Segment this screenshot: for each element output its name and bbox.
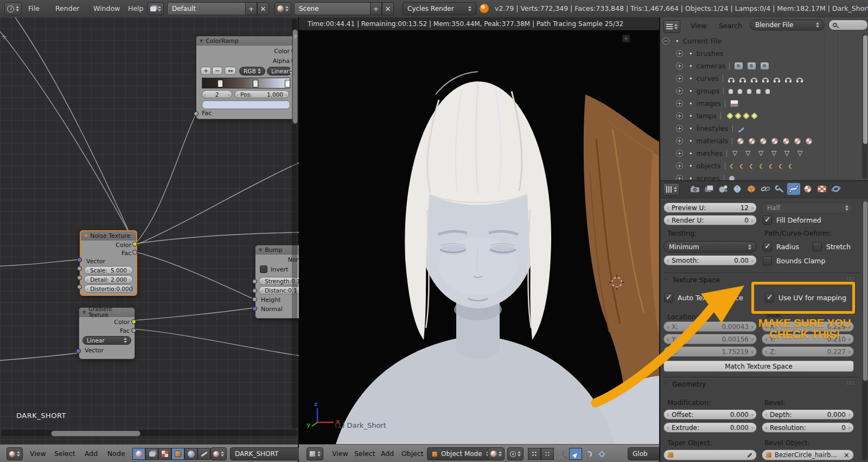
twist-method-dropdown[interactable]: Minimum [663, 241, 757, 252]
properties-scrollbar[interactable] [862, 201, 867, 460]
collapse-icon[interactable]: ▼ [82, 310, 86, 315]
size-x-slider[interactable]: X:0.229 [762, 321, 854, 332]
collapse-icon[interactable]: ▼ [259, 248, 262, 252]
radius-checkbox[interactable]: Radius [763, 242, 799, 251]
shader-object-toggle[interactable] [171, 448, 184, 460]
tab-scene[interactable] [717, 183, 730, 195]
add-layout-button[interactable]: + [245, 2, 257, 15]
scene-selector-icon[interactable] [275, 2, 291, 15]
region-expand-icon[interactable]: + [1, 33, 7, 41]
editor-type-button-3dview[interactable] [307, 447, 323, 460]
size-y-slider[interactable]: Y:0.210 [762, 334, 854, 344]
render-engine-dropdown[interactable]: Cycles Render [403, 2, 476, 15]
stretch-checkbox[interactable]: Stretch [813, 242, 851, 251]
collapse-icon[interactable]: ▼ [84, 233, 87, 238]
render-u-slider[interactable]: Render U:0 [663, 215, 757, 225]
close-scene-button[interactable]: ✕ [382, 2, 394, 15]
socket-bump-strength[interactable] [252, 279, 257, 284]
ramp-interpolation-dropdown[interactable]: Linear [267, 67, 292, 75]
auto-texture-space-checkbox[interactable]: Auto Texture Space [664, 293, 743, 302]
node-tree-compositing-toggle[interactable] [145, 448, 158, 460]
menu-add[interactable]: Add [381, 445, 394, 462]
bevel-object-field[interactable]: BezierCircle_hairb... ✕ [762, 450, 854, 460]
menu-file[interactable]: File [25, 4, 43, 12]
tab-modifiers[interactable] [773, 183, 786, 195]
screen-layout-selector-icon[interactable] [148, 2, 164, 15]
shader-type-material-toggle[interactable] [132, 448, 145, 460]
snap-toggle[interactable] [541, 448, 554, 460]
material-name-field[interactable]: DARK_SHORT [230, 447, 304, 460]
outliner-row-current-file[interactable]: − • Current File [660, 35, 860, 47]
node-colorramp[interactable]: ▼ColorRamp Color Alpha + − ↔ RGB Linear … [196, 36, 295, 119]
editor-type-button-node[interactable] [7, 447, 23, 460]
region-expand-icon[interactable]: + [293, 33, 298, 40]
noise-scale-slider[interactable]: Scale:5.000 [84, 266, 133, 274]
collapse-icon[interactable]: − [662, 37, 669, 45]
ramp-add-button[interactable]: + [201, 67, 211, 75]
bump-invert-checkbox[interactable] [260, 265, 267, 273]
menu-node[interactable]: Node [107, 445, 125, 462]
outliner-row-meshes[interactable]: +•meshes [660, 147, 860, 160]
tab-world[interactable] [731, 183, 744, 195]
socket-gradient-color[interactable] [131, 319, 136, 324]
outliner-display-mode-dropdown[interactable]: Blender File [750, 20, 825, 30]
menu-help[interactable]: Help [125, 4, 147, 12]
socket-noise-distortion[interactable] [77, 284, 82, 289]
tab-object-data[interactable] [787, 183, 800, 195]
outliner-row-cameras[interactable]: +•cameras [660, 60, 860, 72]
expand-icon[interactable]: + [676, 162, 683, 169]
socket-bump-normal[interactable] [252, 306, 257, 311]
material-selector-button[interactable] [210, 447, 227, 460]
pivot-align-toggle[interactable] [528, 448, 541, 460]
use-uv-for-mapping-checkbox[interactable]: Use UV for mapping [765, 293, 846, 302]
checkbox[interactable] [765, 293, 774, 302]
tab-texture[interactable] [815, 183, 828, 195]
ramp-position-slider[interactable]: Pos:1.000 [234, 90, 289, 98]
expand-icon[interactable]: + [676, 62, 683, 69]
ramp-delete-button[interactable]: − [212, 67, 222, 75]
extrude-slider[interactable]: Extrude:0.000 [663, 422, 757, 433]
expand-icon[interactable]: + [676, 100, 683, 107]
location-z-slider[interactable]: Z:1.75219 [663, 346, 757, 357]
color-ramp-gradient[interactable] [202, 78, 290, 88]
tab-render-layers[interactable] [703, 183, 716, 195]
collapse-icon[interactable]: ▼ [200, 39, 203, 43]
socket-noise-scale[interactable] [77, 266, 82, 271]
match-texture-space-button[interactable]: Match Texture Space [663, 360, 854, 372]
ramp-stop-active[interactable] [285, 80, 290, 87]
tab-constraints[interactable] [759, 183, 772, 195]
ramp-stop[interactable] [218, 80, 223, 87]
close-layout-button[interactable]: ✕ [257, 2, 269, 15]
outliner-scrollbar[interactable] [862, 34, 867, 179]
clear-icon[interactable]: ✕ [844, 451, 850, 459]
horizontal-scrollbar[interactable] [1, 430, 298, 436]
manipulator-translate-button[interactable] [569, 448, 582, 460]
offset-slider[interactable]: Offset:0.000 [663, 409, 757, 420]
socket-bump-distance[interactable] [252, 288, 257, 293]
ramp-index-stepper[interactable]: 2 [202, 90, 232, 98]
scene-name-field[interactable]: Scene [294, 2, 379, 15]
texture-space-panel-header[interactable]: ▼Texture Space [665, 276, 720, 284]
viewport-3d[interactable]: Time:00:44.41 | Remaining:00:13.52 | Mem… [299, 17, 659, 462]
editor-type-button-outliner[interactable] [663, 20, 680, 33]
outliner-row-brushes[interactable]: +•brushes [660, 47, 860, 60]
manipulator-rotate-button[interactable] [582, 448, 595, 460]
expand-icon[interactable]: + [676, 50, 683, 57]
expand-icon[interactable]: + [676, 150, 683, 157]
vertical-scrollbar[interactable] [292, 18, 297, 429]
expand-icon[interactable]: + [676, 125, 683, 132]
tab-material[interactable] [801, 183, 814, 195]
shader-linestyle-toggle[interactable] [197, 448, 210, 460]
size-z-slider[interactable]: Z:0.227 [762, 346, 854, 357]
checkbox[interactable] [664, 293, 673, 302]
menu-render[interactable]: Render [52, 4, 83, 12]
depth-slider[interactable]: Depth:0.000 [762, 409, 854, 420]
menu-select[interactable]: Select [54, 445, 75, 462]
fill-mode-dropdown[interactable]: Half [762, 202, 854, 213]
eyedropper-icon[interactable] [747, 452, 752, 457]
expand-icon[interactable]: + [676, 137, 683, 144]
menu-add[interactable]: Add [85, 445, 98, 462]
manipulator-axis-button[interactable] [556, 448, 569, 460]
pivot-point-dropdown[interactable] [507, 447, 524, 460]
socket-gradient-fac[interactable] [131, 328, 136, 333]
